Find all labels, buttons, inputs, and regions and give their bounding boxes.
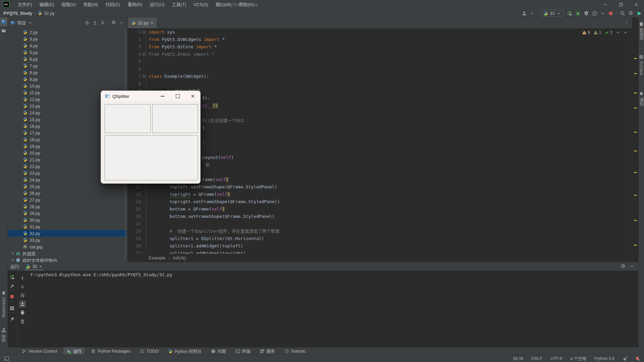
tool-stripe-button[interactable]: SciView xyxy=(639,55,644,75)
tool-window-button[interactable]: 运行 xyxy=(63,347,85,355)
breadcrumb-class[interactable]: Example xyxy=(149,255,166,260)
coverage-button[interactable] xyxy=(584,11,589,16)
search-icon[interactable] xyxy=(620,11,625,16)
folder-tool-button[interactable] xyxy=(0,26,7,35)
status-widget[interactable]: Python 3.8 xyxy=(594,356,614,361)
run-configuration-select[interactable]: 32 xyxy=(541,10,564,17)
wrench-icon[interactable] xyxy=(9,284,15,289)
console-output[interactable]: F:\python3.8\python.exe E:/ohh/pyohh/PYQ… xyxy=(31,272,172,277)
chevron-right-icon[interactable] xyxy=(10,258,15,262)
tool-window-button[interactable]: Statistic xyxy=(281,348,309,354)
qsplitter-app-window[interactable]: QSplitter ✕ xyxy=(101,90,201,184)
rerun-icon[interactable] xyxy=(9,275,15,280)
minimize-window-button[interactable] xyxy=(598,0,613,9)
project-file[interactable]: 32.py xyxy=(8,230,126,237)
project-tool-button[interactable] xyxy=(0,17,7,26)
gear-icon[interactable]: ⚙ xyxy=(628,11,634,16)
project-file[interactable]: 29.py xyxy=(8,210,126,217)
tool-stripe-button[interactable]: Bookmarks xyxy=(0,291,7,317)
trash-icon[interactable] xyxy=(20,319,25,324)
debug-button[interactable] xyxy=(575,11,581,16)
events-icon[interactable] xyxy=(635,356,640,361)
layout-widget-icon[interactable] xyxy=(4,356,9,361)
project-file[interactable]: cat.jpg xyxy=(8,243,126,250)
tool-window-button[interactable]: Python Packages xyxy=(88,348,133,354)
unlocked-icon[interactable] xyxy=(623,356,627,361)
project-file[interactable]: 7.py xyxy=(8,62,126,69)
ide-logo-icon[interactable] xyxy=(637,11,642,16)
warning-stripe-mark[interactable] xyxy=(634,132,637,133)
tool-window-button[interactable]: Version Control xyxy=(19,348,60,354)
tool-window-button[interactable]: 服务 xyxy=(257,347,278,355)
collapse-all-icon[interactable] xyxy=(93,20,97,25)
status-widget[interactable]: CRLF xyxy=(531,356,542,361)
menu-item[interactable]: 重构(R) xyxy=(124,0,146,9)
tab-options-icon[interactable]: ⋮ xyxy=(624,19,629,25)
menu-item[interactable]: 工具(T) xyxy=(168,0,190,9)
project-file[interactable]: 30.py xyxy=(8,217,126,223)
warning-stripe-mark[interactable] xyxy=(634,220,637,221)
project-file[interactable]: 31.py xyxy=(8,223,126,230)
hide-icon[interactable] xyxy=(119,20,124,25)
pin-icon[interactable] xyxy=(9,316,15,322)
up-icon[interactable] xyxy=(20,276,25,281)
breadcrumb-project[interactable]: PYQT5_Study xyxy=(3,11,32,16)
project-file[interactable]: 27.py xyxy=(8,196,126,203)
tool-stripe-button[interactable]: 数据库 xyxy=(639,22,644,40)
close-window-button[interactable] xyxy=(629,0,644,9)
collaborate-icon[interactable] xyxy=(522,11,527,16)
code-area[interactable]: 1234567891011121314151617181920212223242… xyxy=(128,28,632,254)
breadcrumb-method[interactable]: initUI() xyxy=(173,255,186,260)
gear-icon[interactable]: ⚙ xyxy=(621,264,626,269)
warning-stripe-mark[interactable] xyxy=(634,150,637,152)
menu-item[interactable]: 代码(C) xyxy=(102,0,124,9)
warning-stripe-mark[interactable] xyxy=(634,108,637,109)
project-file[interactable]: 4.py xyxy=(8,42,126,49)
project-file[interactable]: 8.py xyxy=(8,69,126,76)
fold-icon[interactable] xyxy=(143,31,146,34)
project-node[interactable]: 外部库 xyxy=(8,250,126,257)
project-file[interactable]: 3.py xyxy=(8,36,126,42)
locate-icon[interactable] xyxy=(85,20,90,25)
tool-window-button[interactable]: Python 控制台 xyxy=(165,347,205,355)
chevron-down-icon[interactable] xyxy=(28,20,33,25)
project-file[interactable]: 2.py xyxy=(8,29,126,36)
scroll-end-icon[interactable] xyxy=(19,301,26,307)
project-file[interactable]: 25.py xyxy=(8,183,126,190)
stop-button[interactable] xyxy=(608,11,613,16)
project-file[interactable]: 5.py xyxy=(8,49,126,56)
tool-stripe-button[interactable]: 通知 xyxy=(639,92,644,106)
warning-stripe-mark[interactable] xyxy=(634,58,637,59)
previous-problem-icon[interactable] xyxy=(615,30,620,35)
project-node[interactable]: 临时文件和控制台 xyxy=(8,257,126,262)
close-tab-icon[interactable]: × xyxy=(151,20,153,25)
menu-item[interactable]: 编辑(E) xyxy=(36,0,58,9)
minimize-window-button[interactable] xyxy=(155,91,170,102)
hide-panel-icon[interactable] xyxy=(630,264,634,269)
expand-all-icon[interactable] xyxy=(100,20,105,25)
settings-icon[interactable]: ⚙ xyxy=(111,20,116,25)
tool-window-button[interactable]: 问题 xyxy=(208,347,229,355)
restore-layout-icon[interactable] xyxy=(9,306,15,311)
down-icon[interactable] xyxy=(20,284,25,290)
editor-scroll-stripe[interactable] xyxy=(632,17,638,262)
project-file[interactable]: 10.py xyxy=(8,82,126,89)
menu-item[interactable]: 导航(N) xyxy=(79,0,102,9)
restore-window-button[interactable] xyxy=(613,0,629,9)
tool-window-button[interactable]: TODO xyxy=(137,348,162,354)
close-window-button[interactable]: ✕ xyxy=(185,91,200,102)
warning-stripe-mark[interactable] xyxy=(634,73,637,74)
menu-item[interactable]: 运行(U) xyxy=(146,0,168,9)
chevron-down-icon[interactable] xyxy=(600,11,605,16)
menu-item[interactable]: VCS(S) xyxy=(190,0,212,9)
project-file[interactable]: 26.py xyxy=(8,190,126,196)
qsplitter-title-bar[interactable]: QSplitter ✕ xyxy=(101,91,200,102)
status-widget[interactable]: UTF-8 xyxy=(550,356,562,361)
warning-stripe-mark[interactable] xyxy=(634,172,637,173)
warning-stripe-mark[interactable] xyxy=(634,93,637,94)
profiler-button[interactable] xyxy=(592,11,597,16)
project-panel-title[interactable]: 项目 xyxy=(17,19,26,26)
project-file[interactable]: 28.py xyxy=(8,203,126,210)
warning-stripe-mark[interactable] xyxy=(634,245,637,246)
inspection-widget[interactable]: 6 1 3 xyxy=(582,30,628,35)
